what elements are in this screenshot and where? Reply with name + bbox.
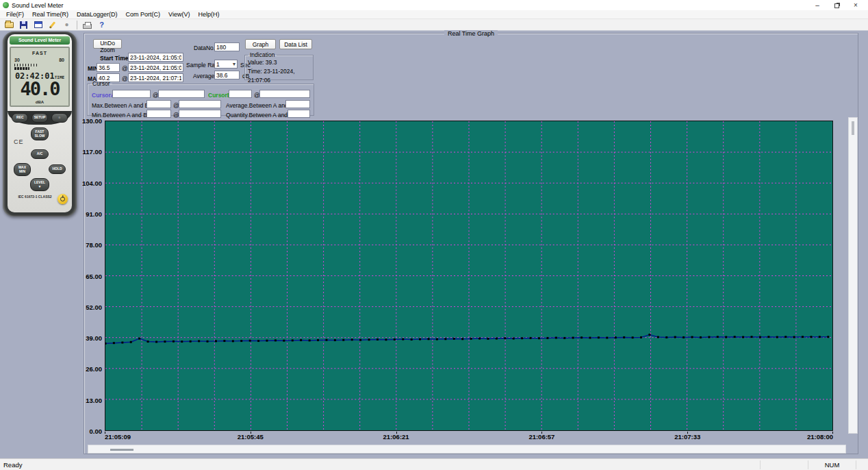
cursor-group: Cursor CursorA @ CursorB @ Max.Between A… [87, 80, 314, 116]
x-tick-label: 21:07:33 [674, 433, 700, 441]
y-axis-labels: 130.00117.00104.0091.0078.0065.0052.0039… [84, 121, 103, 431]
menu-item-viewv[interactable]: View(V) [164, 11, 194, 18]
lcd-reading: 40.0 [11, 79, 68, 98]
min-between-value-field[interactable] [146, 110, 171, 118]
save-floppy-icon [20, 21, 27, 29]
menu-item-helph[interactable]: Help(H) [194, 11, 223, 18]
avg-between-field[interactable] [285, 100, 310, 108]
y-tick-label: 39.00 [86, 334, 102, 342]
y-tick-label: 52.00 [86, 304, 102, 311]
start-time-field[interactable] [128, 53, 183, 62]
statusbar: Ready NUM [0, 458, 868, 470]
device-backlight-button: ☼ [51, 113, 68, 123]
menu-item-comportc[interactable]: Com Port(C) [122, 11, 165, 18]
datano-field[interactable] [214, 42, 240, 51]
record-button[interactable]: ● [60, 20, 73, 30]
y-tick-label: 117.00 [82, 148, 102, 156]
status-grip [856, 460, 868, 469]
device-level-button: LEVEL▼ [30, 178, 49, 191]
group-title: Real Time Graph [444, 30, 498, 37]
y-tick-label: 91.00 [86, 210, 102, 218]
window-title: Sound Level Meter [12, 2, 808, 9]
horizontal-scrollbar-thumb[interactable] [110, 449, 133, 451]
printer-icon [83, 24, 92, 29]
edit-button[interactable] [46, 20, 59, 30]
min-value-field[interactable] [97, 63, 120, 72]
data-list-button[interactable]: Data List [279, 39, 312, 49]
device-cert-label: IEC 61672-1 CLASS2 [8, 195, 62, 199]
indication-title: Indication [248, 51, 277, 58]
app-window: Sound Level Meter – × File(F)Real Time(R… [0, 0, 868, 470]
start-time-label: Start Time [100, 55, 128, 62]
min-at-label: @ [122, 65, 128, 72]
ce-mark: CE [14, 138, 24, 145]
sample-rate-value: 1 [216, 61, 220, 68]
max-between-time-field[interactable] [179, 100, 221, 108]
min-time-field[interactable] [128, 63, 183, 72]
horizontal-scrollbar[interactable] [88, 445, 846, 454]
cursor-a-time-field[interactable] [158, 90, 205, 98]
titlebar: Sound Level Meter – × [0, 0, 868, 10]
graph-button[interactable]: Graph [245, 39, 276, 49]
x-tick-label: 21:06:21 [383, 433, 409, 441]
sample-rate-combo[interactable]: 1 ▾ [214, 60, 238, 69]
pen-icon [49, 21, 55, 28]
minimize-button[interactable]: – [808, 1, 827, 10]
group-legend: Real Time Graph [84, 29, 858, 37]
help-button[interactable]: ? [95, 20, 108, 30]
device-fastslow-button: FASTSLOW [31, 127, 49, 140]
open-button[interactable] [3, 20, 16, 30]
min-between-time-field[interactable] [179, 110, 221, 118]
menubar: File(F)Real Time(R)DataLogger(D)Com Port… [0, 10, 868, 19]
device-maxmin-button: MAXMIN [14, 163, 31, 176]
vertical-scrollbar-thumb[interactable] [852, 121, 854, 135]
indication-value-row: Value: 39.3 [248, 58, 310, 67]
max-between-label: Max.Between A and B [92, 102, 149, 109]
y-tick-label: 65.00 [86, 273, 102, 280]
graph-window-button[interactable] [31, 20, 44, 30]
cursor-b-time-field[interactable] [259, 90, 310, 98]
restore-icon [834, 3, 839, 8]
cursor-b-value-field[interactable] [229, 90, 252, 98]
qty-between-label: Quantity.Between A and B [226, 112, 293, 119]
close-button[interactable]: × [846, 1, 865, 10]
datano-label: DataNo. [194, 45, 215, 51]
indication-time-label: Time: [248, 68, 262, 75]
plot-svg [105, 121, 832, 430]
indication-value: 39.3 [266, 59, 277, 66]
menu-item-realtimer[interactable]: Real Time(R) [28, 11, 73, 18]
indication-value-label: Value: [248, 59, 264, 66]
toolbar-separator [77, 21, 77, 29]
avg-between-label: Average.Between A and B [226, 102, 294, 109]
plot-area[interactable] [105, 121, 833, 431]
print-button[interactable] [81, 20, 94, 30]
record-circle-icon: ● [64, 21, 68, 28]
max-between-value-field[interactable] [146, 100, 171, 108]
help-icon: ? [99, 21, 104, 29]
restore-button[interactable] [827, 1, 846, 10]
cursor-a-value-field[interactable] [112, 90, 151, 98]
cursor-title: Cursor [90, 80, 112, 87]
device-slow-label: SLOW [35, 134, 45, 138]
undo-zoom-button[interactable]: UnDo Zoom [93, 39, 122, 49]
device-power-button [58, 194, 68, 204]
vertical-scrollbar[interactable] [848, 117, 858, 434]
status-num: NUM [808, 460, 856, 469]
chevron-down-icon: ▾ [233, 61, 235, 67]
x-tick-label: 21:05:09 [105, 433, 131, 441]
average-label: Average [193, 73, 215, 79]
y-tick-label: 0.00 [90, 428, 103, 435]
lcd-bargraph-ticks [14, 64, 38, 66]
menu-item-filef[interactable]: File(F) [2, 11, 28, 18]
average-field[interactable] [214, 71, 240, 79]
app-icon [3, 2, 9, 8]
x-tick-label: 21:05:45 [238, 433, 264, 441]
graph-window-icon [34, 21, 42, 28]
lcd-range-high: 80 [59, 58, 64, 62]
menu-item-dataloggerd[interactable]: DataLogger(D) [73, 11, 122, 18]
qty-between-field[interactable] [288, 110, 310, 118]
device-face: Sound Level Meter FAST 30 80 02:42:01TIM… [8, 34, 72, 212]
device-hold-button: HOLD [49, 164, 66, 174]
save-button[interactable] [17, 20, 30, 30]
y-tick-label: 13.00 [86, 397, 102, 404]
